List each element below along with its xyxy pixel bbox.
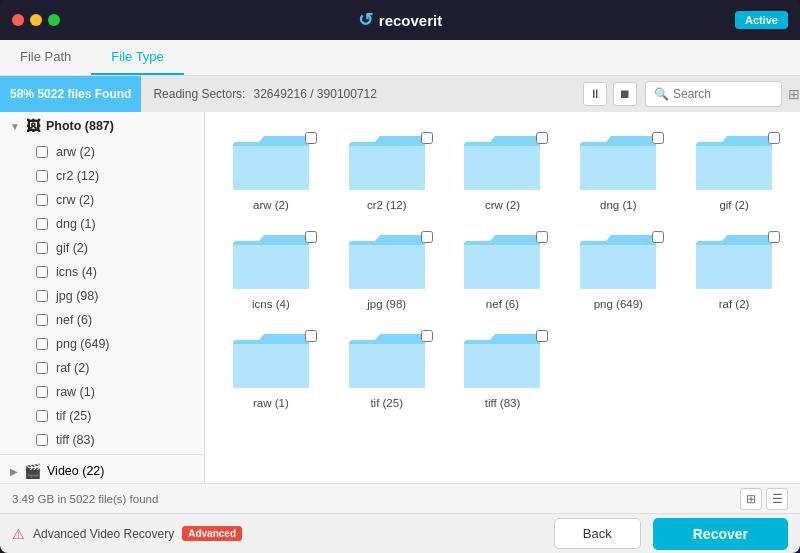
pause-button[interactable]: ⏸ (583, 82, 607, 106)
app-title: recoverit (379, 12, 442, 29)
sidebar-item-crw[interactable]: crw (2) (0, 188, 204, 212)
adv-video-label: Advanced Video Recovery (33, 527, 174, 541)
raw-checkbox[interactable] (36, 386, 48, 398)
folder-name: tif (25) (370, 397, 403, 409)
action-bar: ⚠ Advanced Video Recovery Advanced Back … (0, 513, 800, 553)
crw-checkbox[interactable] (36, 194, 48, 206)
dng-checkbox[interactable] (36, 218, 48, 230)
folder-name: icns (4) (252, 298, 290, 310)
folder-item[interactable]: arw (2) (221, 128, 321, 211)
folder-name: raw (1) (253, 397, 289, 409)
tab-file-type[interactable]: File Type (91, 40, 184, 75)
folder-item[interactable]: nef (6) (453, 227, 553, 310)
list-view-button[interactable]: ☰ (766, 488, 788, 510)
grid-view-button[interactable]: ⊞ (740, 488, 762, 510)
folder-icon (578, 227, 658, 292)
sidebar-item-nef[interactable]: nef (6) (0, 308, 204, 332)
arw-checkbox[interactable] (36, 146, 48, 158)
folder-checkbox[interactable] (305, 132, 317, 144)
folder-checkbox[interactable] (536, 132, 548, 144)
sidebar-item-cr2[interactable]: cr2 (12) (0, 164, 204, 188)
sidebar-category-photo[interactable]: ▼ 🖼 Photo (887) (0, 112, 204, 140)
recover-button[interactable]: Recover (653, 518, 788, 550)
folder-checkbox[interactable] (652, 231, 664, 243)
folder-item[interactable]: crw (2) (453, 128, 553, 211)
sidebar-item-arw[interactable]: arw (2) (0, 140, 204, 164)
folder-checkbox[interactable] (421, 231, 433, 243)
filter-icon[interactable]: ⊞ (788, 86, 800, 102)
folder-checkbox[interactable] (768, 231, 780, 243)
icns-checkbox[interactable] (36, 266, 48, 278)
sidebar-item-gif[interactable]: gif (2) (0, 236, 204, 260)
status-bar: 3.49 GB in 5022 file(s) found ⊞ ☰ (0, 483, 800, 513)
minimize-button[interactable] (30, 14, 42, 26)
folder-checkbox[interactable] (652, 132, 664, 144)
status-info: 3.49 GB in 5022 file(s) found (12, 493, 158, 505)
folder-icon (694, 128, 774, 193)
crw-label: crw (2) (56, 193, 94, 207)
tif-checkbox[interactable] (36, 410, 48, 422)
sidebar-item-tiff[interactable]: tiff (83) (0, 428, 204, 452)
folder-item[interactable]: cr2 (12) (337, 128, 437, 211)
folder-name: png (649) (594, 298, 643, 310)
folder-checkbox[interactable] (305, 231, 317, 243)
svg-rect-11 (580, 146, 656, 190)
search-input[interactable] (673, 87, 773, 101)
svg-rect-32 (233, 344, 309, 388)
arw-label: arw (2) (56, 145, 95, 159)
png-checkbox[interactable] (36, 338, 48, 350)
folder-checkbox[interactable] (536, 330, 548, 342)
photo-label: Photo (887) (46, 119, 114, 133)
sidebar-item-raf[interactable]: raf (2) (0, 356, 204, 380)
sidebar-item-icns[interactable]: icns (4) (0, 260, 204, 284)
jpg-checkbox[interactable] (36, 290, 48, 302)
folder-checkbox[interactable] (536, 231, 548, 243)
folder-name: crw (2) (485, 199, 520, 211)
folder-item[interactable]: icns (4) (221, 227, 321, 310)
folder-name: gif (2) (719, 199, 748, 211)
main-layout: ▼ 🖼 Photo (887) arw (2) cr2 (12) crw (2)… (0, 112, 800, 483)
title-bar: ↺ recoverit Active (0, 0, 800, 40)
folder-checkbox[interactable] (305, 330, 317, 342)
tiff-checkbox[interactable] (36, 434, 48, 446)
folder-checkbox[interactable] (421, 132, 433, 144)
folder-name: dng (1) (600, 199, 636, 211)
folder-checkbox[interactable] (421, 330, 433, 342)
folder-checkbox[interactable] (768, 132, 780, 144)
folder-item[interactable]: jpg (98) (337, 227, 437, 310)
sidebar: ▼ 🖼 Photo (887) arw (2) cr2 (12) crw (2)… (0, 112, 205, 483)
sidebar-item-dng[interactable]: dng (1) (0, 212, 204, 236)
maximize-button[interactable] (48, 14, 60, 26)
folder-item[interactable]: dng (1) (568, 128, 668, 211)
folder-item[interactable]: png (649) (568, 227, 668, 310)
cr2-label: cr2 (12) (56, 169, 99, 183)
close-button[interactable] (12, 14, 24, 26)
sidebar-item-raw[interactable]: raw (1) (0, 380, 204, 404)
tiff-label: tiff (83) (56, 433, 95, 447)
nef-checkbox[interactable] (36, 314, 48, 326)
svg-rect-26 (580, 245, 656, 289)
raf-checkbox[interactable] (36, 362, 48, 374)
sidebar-item-png[interactable]: png (649) (0, 332, 204, 356)
dng-label: dng (1) (56, 217, 96, 231)
folder-item[interactable]: tiff (83) (453, 326, 553, 409)
cr2-checkbox[interactable] (36, 170, 48, 182)
tab-file-path[interactable]: File Path (0, 40, 91, 75)
folder-item[interactable]: raf (2) (684, 227, 784, 310)
folder-item[interactable]: tif (25) (337, 326, 437, 409)
sidebar-item-tif[interactable]: tif (25) (0, 404, 204, 428)
gif-checkbox[interactable] (36, 242, 48, 254)
folder-icon (694, 227, 774, 292)
back-button[interactable]: Back (554, 518, 641, 549)
files-found: 5022 files Found (37, 87, 131, 101)
stop-button[interactable]: ⏹ (613, 82, 637, 106)
folder-item[interactable]: raw (1) (221, 326, 321, 409)
folder-icon (231, 227, 311, 292)
folder-item[interactable]: gif (2) (684, 128, 784, 211)
search-icon: 🔍 (654, 87, 669, 101)
video-label: Video (22) (47, 464, 104, 478)
logo-icon: ↺ (358, 9, 373, 31)
svg-rect-14 (696, 146, 772, 190)
sidebar-category-video[interactable]: ▶ 🎬 Video (22) (0, 457, 204, 483)
sidebar-item-jpg[interactable]: jpg (98) (0, 284, 204, 308)
